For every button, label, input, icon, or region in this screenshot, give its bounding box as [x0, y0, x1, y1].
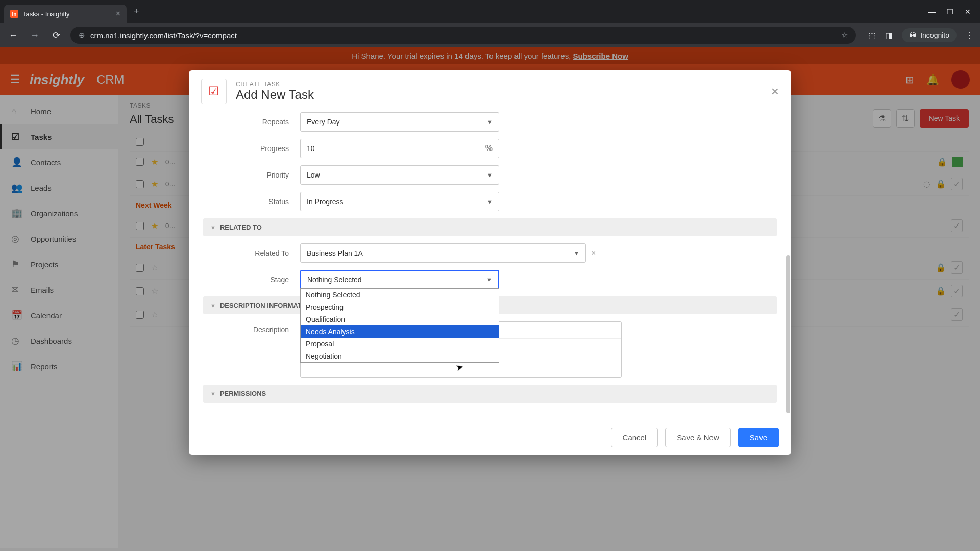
url-input[interactable]: ⊕ crm.na1.insightly.com/list/Task/?v=com…	[70, 27, 856, 44]
status-label: Status	[203, 197, 300, 206]
bookmark-star-icon[interactable]: ☆	[841, 31, 848, 40]
close-window-icon[interactable]: ✕	[965, 8, 971, 16]
related-to-select[interactable]: Business Plan 1A ▼	[300, 243, 586, 263]
description-label: Description	[203, 321, 300, 334]
modal-scrollbar[interactable]	[786, 255, 790, 413]
window-controls: — ❐ ✕	[928, 8, 980, 16]
extensions-icon[interactable]: ⬚	[868, 31, 876, 40]
stage-option-qualification[interactable]: Qualification	[301, 313, 499, 325]
minimize-icon[interactable]: —	[928, 8, 936, 16]
chevron-down-icon: ▼	[487, 119, 493, 125]
chevron-down-icon: ▼	[210, 224, 216, 231]
incognito-icon: 🕶	[909, 31, 916, 39]
tab-close-icon[interactable]: ×	[116, 9, 120, 18]
stage-label: Stage	[203, 276, 300, 284]
repeats-label: Repeats	[203, 118, 300, 126]
maximize-icon[interactable]: ❐	[947, 8, 953, 16]
permissions-section[interactable]: ▼ PERMISSIONS	[203, 385, 777, 403]
url-text: crm.na1.insightly.com/list/Task/?v=compa…	[90, 31, 237, 40]
cancel-button[interactable]: Cancel	[611, 428, 658, 447]
chevron-down-icon: ▼	[486, 277, 492, 283]
save-and-new-button[interactable]: Save & New	[665, 428, 731, 447]
related-to-section[interactable]: ▼ RELATED TO	[203, 218, 777, 236]
priority-label: Priority	[203, 171, 300, 179]
stage-dropdown: Nothing Selected Prospecting Qualificati…	[300, 288, 499, 363]
create-task-modal: ☑ CREATE TASK Add New Task × Repeats Eve…	[189, 70, 791, 455]
modal-overlay: ☑ CREATE TASK Add New Task × Repeats Eve…	[0, 47, 980, 551]
chevron-down-icon: ▼	[574, 250, 579, 256]
site-info-icon[interactable]: ⊕	[79, 31, 85, 40]
related-to-label: Related To	[203, 249, 300, 257]
new-tab-button[interactable]: +	[127, 6, 146, 17]
progress-label: Progress	[203, 144, 300, 153]
modal-title: Add New Task	[236, 88, 314, 102]
status-select[interactable]: In Progress ▼	[300, 192, 499, 211]
incognito-badge[interactable]: 🕶 Incognito	[902, 28, 957, 42]
stage-option-negotiation[interactable]: Negotiation	[301, 350, 499, 362]
side-panel-icon[interactable]: ◨	[885, 31, 893, 40]
stage-option-prospecting[interactable]: Prospecting	[301, 301, 499, 313]
save-button[interactable]: Save	[738, 428, 779, 447]
priority-select[interactable]: Low ▼	[300, 165, 499, 185]
tab-favicon-icon: In	[10, 10, 18, 18]
chevron-down-icon: ▼	[210, 391, 216, 397]
stage-select[interactable]: Nothing Selected ▼ Nothing Selected Pros…	[300, 270, 499, 289]
address-bar: ← → ⟳ ⊕ crm.na1.insightly.com/list/Task/…	[0, 23, 980, 47]
stage-option-proposal[interactable]: Proposal	[301, 338, 499, 350]
modal-eyebrow: CREATE TASK	[236, 81, 314, 88]
progress-input[interactable]: 10 %	[300, 139, 499, 158]
tab-title: Tasks - Insightly	[22, 10, 69, 18]
browser-menu-icon[interactable]: ⋮	[966, 31, 974, 40]
chevron-down-icon: ▼	[210, 303, 216, 309]
close-icon[interactable]: ×	[771, 84, 779, 99]
browser-tab[interactable]: In Tasks - Insightly ×	[4, 5, 127, 23]
browser-tab-strip: In Tasks - Insightly × + — ❐ ✕	[0, 0, 980, 23]
percent-icon: %	[485, 144, 493, 153]
reload-icon[interactable]: ⟳	[49, 30, 63, 41]
back-icon[interactable]: ←	[6, 30, 20, 41]
repeats-select[interactable]: Every Day ▼	[300, 112, 499, 132]
chevron-down-icon: ▼	[487, 198, 493, 205]
task-modal-icon: ☑	[201, 79, 227, 104]
clear-related-icon[interactable]: ×	[591, 248, 596, 258]
forward-icon[interactable]: →	[28, 30, 42, 41]
chevron-down-icon: ▼	[487, 172, 493, 178]
stage-option-nothing[interactable]: Nothing Selected	[301, 289, 499, 301]
stage-option-needs-analysis[interactable]: Needs Analysis	[301, 325, 499, 338]
